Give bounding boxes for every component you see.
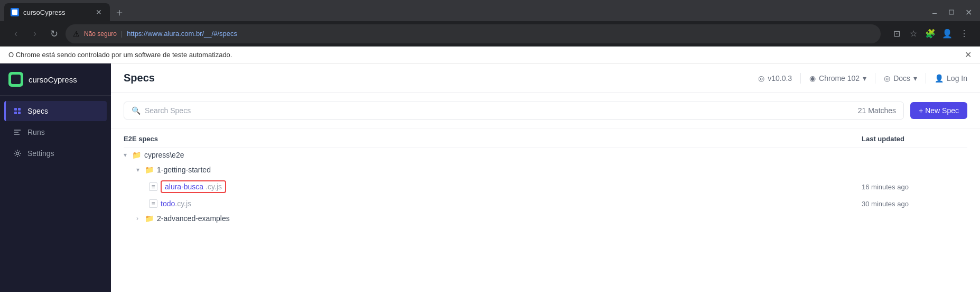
sidebar: cursoCypress Specs [0, 63, 111, 292]
url-text: https://www.alura.com.br/__/#/specs [127, 30, 237, 38]
docs-text: Docs [893, 74, 910, 83]
url-separator: | [121, 30, 123, 38]
header-divider-1 [800, 73, 801, 84]
root-folder-name: cypress\e2e [144, 151, 184, 159]
tree-col-updated: Last updated [862, 135, 967, 143]
main-header: Specs ◎ v10.0.3 ◉ Chrome 102 ▾ ◎ Docs ▾ [111, 63, 980, 93]
tab-favicon [11, 8, 19, 16]
new-spec-button[interactable]: + New Spec [910, 102, 967, 119]
search-area: 🔍 21 Matches + New Spec [111, 93, 980, 129]
alura-busca-ext: .cy.js [206, 182, 222, 191]
svg-point-8 [16, 152, 19, 155]
sidebar-item-settings[interactable]: Settings [4, 143, 107, 163]
back-button[interactable]: ‹ [8, 26, 23, 41]
svg-rect-4 [18, 112, 21, 114]
search-box: 🔍 21 Matches [124, 102, 904, 120]
window-restore-button[interactable] [944, 5, 959, 20]
browser-icon: ◉ [809, 74, 816, 83]
url-bar[interactable]: ⚠ Não seguro | https://www.alura.com.br/… [66, 24, 881, 43]
tree-item-getting-started[interactable]: ▾ 📁 1-getting-started [124, 162, 967, 177]
root-folder-icon: 📁 [132, 151, 141, 159]
docs-chevron-icon: ▾ [913, 74, 917, 83]
forward-button[interactable]: › [27, 26, 42, 41]
bookmark-button[interactable]: ☆ [906, 26, 921, 41]
todo-name: todo [161, 199, 175, 208]
file-icon-alura-busca: ≡ [149, 182, 157, 191]
tab-bar: cursoCypress ✕ ＋ ✕ [0, 0, 980, 21]
security-warning-text: Não seguro [84, 30, 117, 38]
sidebar-logo: cursoCypress [0, 63, 111, 96]
profile-button[interactable]: 👤 [940, 26, 955, 41]
reload-button[interactable]: ↻ [46, 26, 61, 41]
main-content: Specs ◎ v10.0.3 ◉ Chrome 102 ▾ ◎ Docs ▾ [111, 63, 980, 292]
tree-col-spec: E2E specs [124, 135, 862, 143]
tree-item-advanced-examples[interactable]: › 📁 2-advanced-examples [124, 211, 967, 226]
tree-header: E2E specs Last updated [124, 129, 967, 148]
login-action[interactable]: 👤 Log In [935, 74, 967, 83]
sidebar-runs-label: Runs [27, 128, 45, 136]
getting-started-chevron-icon: ▾ [136, 166, 143, 173]
search-input[interactable] [145, 106, 854, 115]
browser-text: Chrome 102 [819, 74, 860, 83]
getting-started-folder-icon: 📁 [145, 166, 154, 174]
getting-started-name: 1-getting-started [157, 166, 211, 174]
login-icon: 👤 [935, 74, 944, 83]
svg-rect-1 [14, 108, 17, 111]
docs-action[interactable]: ◎ Docs ▾ [884, 74, 917, 83]
tab-close-button[interactable]: ✕ [94, 7, 104, 17]
matches-count: 21 Matches [858, 106, 896, 115]
todo-updated: 30 minutes ago [862, 200, 967, 208]
sidebar-specs-label: Specs [27, 107, 48, 115]
header-actions: ◎ v10.0.3 ◉ Chrome 102 ▾ ◎ Docs ▾ 👤 [758, 73, 967, 84]
login-text: Log In [947, 74, 967, 83]
tree-item-alura-busca[interactable]: ≡ alura-busca .cy.js 16 minutes ago [124, 177, 967, 196]
browser-chrome: cursoCypress ✕ ＋ ✕ ‹ › ↻ ⚠ Não seguro | … [0, 0, 980, 63]
security-warning-icon: ⚠ [73, 30, 80, 38]
window-close-button[interactable]: ✕ [961, 5, 976, 20]
new-tab-button[interactable]: ＋ [112, 5, 127, 20]
sidebar-item-runs[interactable]: Runs [4, 122, 107, 142]
version-text: v10.0.3 [768, 74, 792, 83]
advanced-folder-icon: 📁 [145, 214, 154, 223]
sidebar-item-specs[interactable]: Specs [4, 101, 107, 121]
app-layout: cursoCypress Specs [0, 63, 980, 292]
cast-button[interactable]: ⊡ [889, 26, 904, 41]
menu-button[interactable]: ⋮ [957, 26, 972, 41]
browser-chevron-icon: ▾ [863, 74, 866, 83]
logo-icon [8, 72, 23, 87]
version-icon: ◎ [758, 74, 764, 83]
page-title: Specs [124, 72, 155, 84]
advanced-chevron-icon: › [136, 215, 143, 222]
file-tree: E2E specs Last updated ▾ 📁 cypress\e2e ▾… [111, 129, 980, 292]
warning-text: O Chrome está sendo controlado por um so… [8, 51, 232, 59]
svg-rect-0 [949, 10, 954, 14]
tree-item-todo[interactable]: ≡ todo .cy.js 30 minutes ago [124, 196, 967, 211]
alura-busca-name: alura-busca [165, 182, 203, 191]
docs-icon: ◎ [884, 74, 890, 83]
header-divider-2 [875, 73, 875, 84]
alura-busca-updated: 16 minutes ago [862, 183, 967, 191]
runs-icon [13, 127, 22, 137]
specs-icon [13, 106, 22, 116]
window-minimize-button[interactable] [927, 5, 942, 20]
settings-icon [13, 149, 22, 158]
browser-action[interactable]: ◉ Chrome 102 ▾ [809, 74, 866, 83]
svg-rect-2 [18, 108, 21, 111]
tab-title: cursoCypress [23, 8, 90, 16]
logo-text: cursoCypress [29, 75, 77, 84]
warning-close-button[interactable]: ✕ [965, 50, 972, 60]
warning-bar: O Chrome está sendo controlado por um so… [0, 47, 980, 63]
advanced-examples-name: 2-advanced-examples [157, 214, 230, 223]
header-divider-3 [926, 73, 926, 84]
version-action[interactable]: ◎ v10.0.3 [758, 74, 792, 83]
search-icon: 🔍 [132, 106, 141, 115]
alura-busca-container: alura-busca .cy.js [161, 180, 226, 193]
tree-item-root[interactable]: ▾ 📁 cypress\e2e [124, 148, 967, 162]
file-icon-todo: ≡ [149, 199, 157, 208]
active-tab[interactable]: cursoCypress ✕ [4, 3, 110, 21]
sidebar-nav: Specs Runs [0, 96, 111, 292]
extensions-button[interactable]: 🧩 [923, 26, 938, 41]
todo-ext: .cy.js [175, 199, 191, 208]
root-chevron-icon: ▾ [124, 151, 130, 159]
address-bar: ‹ › ↻ ⚠ Não seguro | https://www.alura.c… [0, 21, 980, 47]
